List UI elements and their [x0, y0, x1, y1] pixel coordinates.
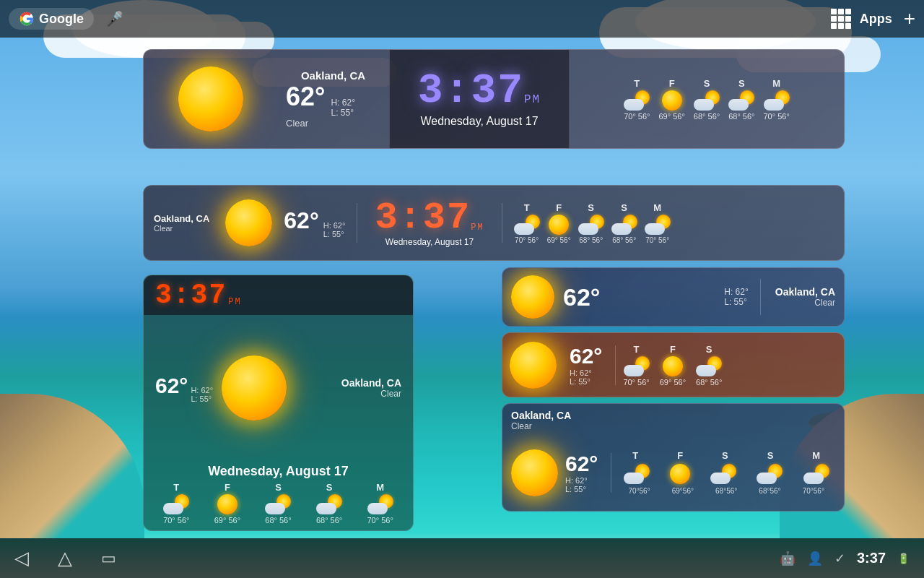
w3-forecast-day-0: T 70° 56° [163, 482, 189, 525]
forecast-day-1: F 69° 56° [659, 78, 685, 121]
w3-temp: 62° [155, 374, 188, 398]
w3-temp-info: 62° H: 62° L: 55° [155, 374, 213, 403]
w3-clock-bar: 3:37 PM [144, 275, 413, 315]
w2-temp: 62° [284, 207, 318, 234]
w5-hi: H: 62° [570, 368, 602, 377]
w4-location-info: Oakland, CA Clear [767, 286, 844, 308]
microphone-button[interactable]: 🎤 [103, 7, 126, 30]
w3-clock-time: 3:37 [155, 280, 227, 311]
w4-condition: Clear [775, 298, 835, 308]
sun-icon-w2 [225, 199, 272, 246]
google-search-button[interactable]: Google [9, 8, 94, 30]
w1-clock: 3:37 PM Wednesday, August 17 [389, 50, 570, 148]
sun-sm-icon [549, 215, 569, 235]
w6-lo: L: 55° [565, 485, 598, 493]
weather-widget-1: Oakland, CA 62° H: 62° L: 55° Clear 3:37… [143, 49, 845, 149]
partly-cloudy-icon [611, 215, 637, 235]
add-button[interactable]: + [904, 7, 915, 30]
w1-hi: H: 62° [331, 98, 354, 108]
home-button[interactable]: △ [58, 547, 72, 569]
sun-icon-w5 [510, 342, 557, 389]
top-right-actions: Apps + [831, 7, 915, 30]
apps-button[interactable] [831, 9, 851, 29]
w3-body: 62° H: 62° L: 55° Oakland, CA Clear [144, 315, 413, 461]
partly-cloudy-icon [694, 90, 720, 111]
w6-condition: Clear [511, 421, 835, 431]
w1-ampm: PM [524, 93, 541, 106]
w2-forecast-day-1: F 69° 56° [547, 202, 571, 244]
w1-temp: 62° [286, 82, 325, 112]
w1-current [144, 50, 277, 148]
partly-cloudy-icon [728, 90, 754, 111]
recents-button[interactable]: ▭ [101, 549, 116, 568]
w2-forecast-day-4: M 70° 56° [645, 202, 671, 244]
w2-forecast-day-0: T 70° 56° [514, 202, 540, 244]
sun-icon-w4 [511, 275, 554, 319]
sun-sm-icon [662, 90, 682, 111]
w2-lo: L: 55° [323, 230, 346, 238]
forecast-day-2: S 68° 56° [694, 78, 720, 121]
sun-sm-icon [217, 494, 237, 514]
sun-icon-w6 [511, 449, 558, 496]
w2-hi: H: 62° [323, 221, 346, 230]
w3-forecast-strip: T 70° 56° F 69° 56° S 68° 56° S 68° 56° … [155, 482, 401, 525]
w2-clock-time: 3:37 [375, 199, 471, 237]
w4-temp-val: 62° [563, 283, 600, 311]
partly-cloudy-icon [764, 90, 790, 111]
w4-temp: 62° [563, 283, 600, 311]
w3-forecast-day-3: S 68° 56° [316, 482, 342, 525]
w3-forecast-day-4: M 70° 56° [367, 482, 393, 525]
w6-hi: H: 62° [565, 476, 598, 485]
partly-cloudy-icon [514, 215, 540, 235]
w6-temp-info: 62° H: 62° L: 55° [565, 452, 598, 493]
w3-date: Wednesday, August 17 [155, 464, 401, 479]
partly-cloudy-icon [696, 356, 722, 376]
google-logo-icon [19, 11, 35, 27]
weather-widget-6: Oakland, CA Clear 62° H: 62° L: 55° T F … [502, 403, 845, 512]
partly-cloudy-icon [265, 494, 291, 514]
w3-forecast-day-1: F 69° 56° [214, 482, 240, 525]
w1-clock-time: 3:37 [418, 70, 524, 112]
w1-date: Wednesday, August 17 [420, 115, 538, 128]
w3-footer: Wednesday, August 17 T 70° 56° F 69° 56°… [144, 461, 413, 530]
weather-widget-5: 62° H: 62° L: 55° T 70° 56° F 69° 56° S … [502, 332, 845, 397]
back-button[interactable]: ◁ [14, 547, 29, 569]
w5-lo: L: 55° [570, 377, 602, 386]
w2-forecast-day-3: S 68° 56° [611, 202, 637, 244]
w4-hi: H: 62° [724, 287, 748, 297]
battery-area: 🔋 [897, 553, 910, 564]
w3-forecast-day-2: S 68° 56° [265, 482, 291, 525]
w1-location: Oakland, CA [286, 69, 380, 82]
w2-location: Oakland, CA [154, 213, 209, 224]
user-icon: 👤 [807, 551, 823, 566]
check-icon: ✓ [834, 551, 845, 566]
forecast-day-4: M 70° 56° [763, 78, 789, 121]
w6-top: Oakland, CA Clear [502, 404, 844, 434]
w5-forecast-day-2: S 68° 56° [696, 344, 722, 387]
forecast-day-3: S 68° 56° [728, 78, 754, 121]
w2-ampm: PM [471, 223, 484, 233]
partly-cloudy-icon [624, 90, 650, 111]
w6-forecast-icons [617, 464, 835, 484]
partly-cloudy-icon [803, 464, 829, 484]
w3-hi: H: 62° [191, 386, 213, 394]
nav-clock: 3:37 [857, 550, 886, 566]
partly-cloudy-icon [624, 356, 650, 376]
w5-forecast-day-1: F 69° 56° [660, 344, 686, 387]
w6-location: Oakland, CA [511, 410, 835, 421]
w6-forecast-area: T F S S M 70°56° 69°56° 68°56° 68°56° 70… [617, 450, 835, 495]
nav-left: ◁ △ ▭ [14, 547, 116, 569]
partly-cloudy-icon [578, 215, 604, 235]
partly-cloudy-icon [163, 494, 189, 514]
w3-location-info: Oakland, CA Clear [295, 377, 401, 399]
w2-location-info: Oakland, CA Clear [144, 207, 219, 238]
weather-widget-4: 62° H: 62° L: 55° Oakland, CA Clear [502, 267, 845, 327]
w5-forecast-strip: T 70° 56° F 69° 56° S 68° 56° [623, 344, 844, 387]
partly-cloudy-icon [710, 464, 736, 484]
w6-middle: 62° H: 62° L: 55° T F S S M 70°56° [502, 434, 844, 511]
w3-ampm: PM [228, 297, 241, 307]
w6-temp: 62° [565, 452, 598, 476]
w1-forecast-strip: T 70° 56° F 69° 56° S 68° 56° [624, 78, 790, 121]
w2-clock: 3:37 PM Wednesday, August 17 [363, 199, 495, 247]
w4-location: Oakland, CA [775, 286, 835, 298]
